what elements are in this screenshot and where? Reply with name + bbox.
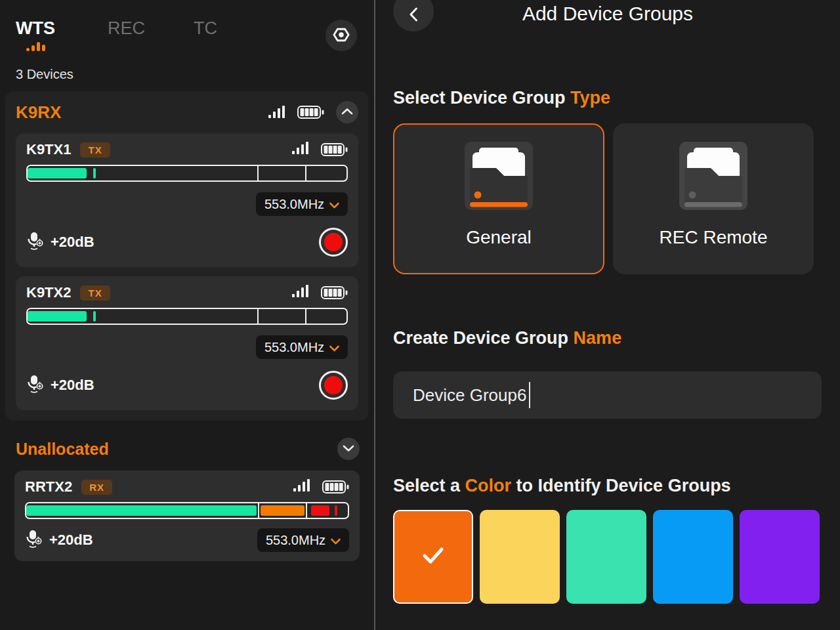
color-section-heading: Select a Color to Identify Device Groups [393,476,840,497]
check-icon [419,545,447,570]
battery-full-icon [321,143,348,156]
add-device-groups-panel: Add Device Groups Select Device Group Ty… [375,0,840,630]
collapse-group-button[interactable] [336,101,358,123]
color-swatch-green[interactable] [566,510,646,604]
type-option-rec-remote[interactable]: REC Remote [613,123,814,274]
color-swatch-row [393,510,840,604]
app-root: WTS REC TC 3 Devices K9RX [0,0,840,630]
chevron-down-icon [329,197,339,212]
wts-active-indicator-icon [26,42,45,51]
group-name: Unallocated [16,440,109,459]
text-cursor [529,382,530,408]
device-card-k9tx1[interactable]: K9TX1 TX 553.0MHz [16,133,358,267]
device-card-k9tx2[interactable]: K9TX2 TX 553.0MHz [16,276,358,410]
recorder-icon [677,125,750,215]
signal-bars-icon [292,142,309,158]
chevron-down-icon [343,444,354,454]
top-tab-bar: WTS REC TC [0,0,374,51]
mic-plus-icon [25,530,43,551]
mic-gain-value: +20dB [51,234,94,251]
device-list-panel: WTS REC TC 3 Devices K9RX [0,0,375,630]
group-header: K9RX [16,100,358,124]
tab-wts[interactable]: WTS [16,18,55,51]
frequency-dropdown[interactable]: 553.0MHz [256,335,348,359]
recorder-icon [462,125,536,215]
battery-full-icon [322,480,349,494]
mic-gain-value: +20dB [51,377,94,394]
device-group-k9rx: K9RX [5,91,369,421]
chevron-down-icon [329,340,339,355]
group-name: K9RX [16,102,61,123]
name-section-heading: Create Device Group Name [393,328,840,349]
battery-full-icon [321,286,348,299]
device-count: 3 Devices [16,67,374,82]
color-swatch-blue[interactable] [653,510,733,604]
group-name-input[interactable]: Device Group6 [393,371,822,419]
chevron-down-icon [331,533,341,548]
record-icon [324,233,343,251]
group-name-value: Device Group6 [413,385,526,406]
signal-bars-icon [292,285,309,301]
device-name: K9TX1 [26,141,71,158]
color-swatch-orange[interactable] [393,510,473,604]
type-option-label: General [466,227,532,248]
mic-gain-value: +20dB [49,532,93,549]
audio-level-meter [26,165,348,182]
color-swatch-purple[interactable] [740,510,820,604]
tab-rec[interactable]: REC [108,18,145,39]
signal-bars-icon [268,106,285,119]
record-button[interactable] [319,228,348,257]
device-role-badge: RX [81,480,112,495]
type-option-general[interactable]: General [393,123,604,274]
tab-wts-label: WTS [16,18,55,39]
device-role-badge: TX [80,285,110,301]
device-name: RRTX2 [25,478,72,495]
frequency-value: 553.0MHz [266,533,326,548]
mic-plus-icon [26,232,44,253]
settings-button[interactable] [326,20,357,51]
page-title: Add Device Groups [393,3,822,25]
device-card-rrtx2[interactable]: RRTX2 RX +20dB 553.0MHz [14,471,360,561]
chevron-up-icon [341,108,353,117]
device-name: K9TX2 [26,284,71,301]
battery-full-icon [297,106,324,119]
nut-icon [332,26,350,46]
type-section-heading: Select Device Group Type [393,88,840,109]
record-button[interactable] [319,371,348,400]
frequency-value: 553.0MHz [264,197,324,212]
audio-level-meter [26,308,348,325]
audio-level-meter [25,502,349,519]
group-header-unallocated: Unallocated [16,438,360,460]
frequency-value: 553.0MHz [264,340,324,355]
frequency-dropdown[interactable]: 553.0MHz [257,528,349,552]
expand-group-button[interactable] [337,438,360,460]
signal-bars-icon [293,479,310,495]
frequency-dropdown[interactable]: 553.0MHz [256,192,348,216]
color-swatch-yellow[interactable] [480,510,560,604]
tab-tc[interactable]: TC [194,18,217,39]
device-role-badge: TX [80,142,110,158]
record-icon [324,376,343,394]
type-option-label: REC Remote [660,227,768,248]
mic-plus-icon [26,375,44,396]
